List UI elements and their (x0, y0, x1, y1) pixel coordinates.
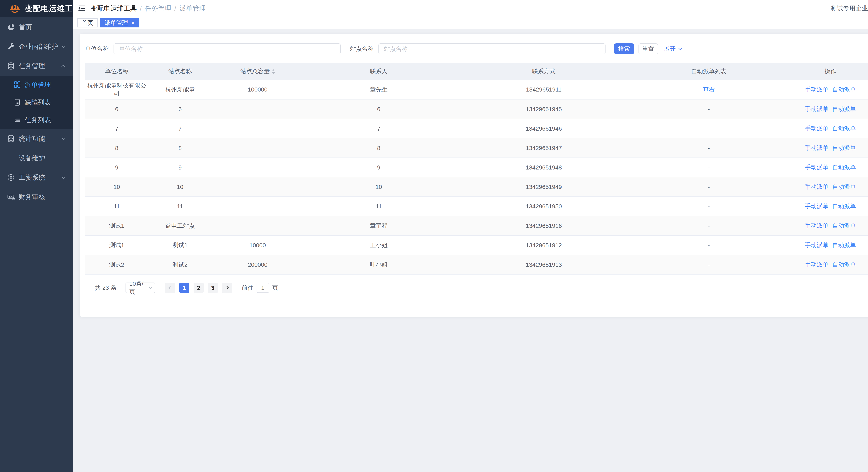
tab-home[interactable]: 首页 (78, 19, 98, 27)
next-page-button[interactable] (222, 283, 232, 293)
cell-station: 测试2 (148, 255, 212, 274)
sidebar-item-dispatch-management[interactable]: 派单管理 (0, 76, 73, 93)
table-row: 7 7 7 13429651946 - 手动派单自动派单 (85, 119, 868, 138)
auto-dispatch-link[interactable]: 自动派单 (832, 106, 856, 112)
cell-phone: 13429651912 (454, 235, 633, 255)
cell-station: 益电工站点 (148, 216, 212, 235)
table-row: 测试1 测试1 10000 王小姐 13429651912 - 手动派单自动派单 (85, 235, 868, 255)
sidebar-item-task-list[interactable]: 任务列表 (0, 111, 73, 129)
cell-unit: 10 (85, 177, 148, 197)
col-phone: 联系方式 (454, 63, 633, 80)
prev-page-button[interactable] (165, 283, 175, 293)
dispatch-table: 单位名称 站点名称 站点总容量 联系人 联系方式 自动派单列表 操作 杭州新能量… (85, 63, 868, 274)
auto-dispatch-link[interactable]: 自动派单 (832, 242, 856, 248)
manual-dispatch-link[interactable]: 手动派单 (805, 242, 829, 248)
manual-dispatch-link[interactable]: 手动派单 (805, 203, 829, 209)
cell-contact: 8 (304, 138, 454, 158)
cell-actions: 手动派单自动派单 (784, 99, 868, 119)
auto-dispatch-link[interactable]: 自动派单 (832, 164, 856, 171)
cell-unit: 11 (85, 197, 148, 216)
table-row: 10 10 10 13429651949 - 手动派单自动派单 (85, 177, 868, 197)
sidebar-item-enterprise-maintenance[interactable]: 企业内部维护 (0, 37, 73, 56)
auto-dispatch-link[interactable]: 自动派单 (832, 203, 856, 209)
company-dropdown[interactable]: 测试专用企业 (831, 4, 868, 13)
sidebar-item-statistics[interactable]: 统计功能 (0, 129, 73, 148)
cell-unit: 测试1 (85, 216, 148, 235)
cell-unit: 7 (85, 119, 148, 138)
manual-dispatch-link[interactable]: 手动派单 (805, 164, 829, 171)
cell-auto-list: - (633, 138, 784, 158)
cell-station: 11 (148, 197, 212, 216)
goto-page-input[interactable] (256, 283, 269, 293)
cell-unit: 杭州新能量科技有限公司 (85, 80, 148, 99)
auto-dispatch-link[interactable]: 自动派单 (832, 183, 856, 190)
auto-dispatch-link[interactable]: 自动派单 (832, 125, 856, 131)
expand-label: 展开 (664, 45, 676, 53)
manual-dispatch-link[interactable]: 手动派单 (805, 86, 829, 93)
manual-dispatch-link[interactable]: 手动派单 (805, 106, 829, 112)
page-button-1[interactable]: 1 (179, 283, 189, 293)
breadcrumb-task-management[interactable]: 任务管理 (145, 4, 172, 13)
database-icon (7, 62, 15, 70)
auto-dispatch-link[interactable]: 自动派单 (832, 222, 856, 229)
manual-dispatch-link[interactable]: 手动派单 (805, 145, 829, 151)
page-button-3[interactable]: 3 (208, 283, 218, 293)
cell-phone: 13429651916 (454, 216, 633, 235)
manual-dispatch-link[interactable]: 手动派单 (805, 222, 829, 229)
table-row: 6 6 6 13429651945 - 手动派单自动派单 (85, 99, 868, 119)
manual-dispatch-link[interactable]: 手动派单 (805, 183, 829, 190)
filter-form: 单位名称 站点名称 搜索 重置 展开 (85, 34, 868, 54)
sidebar-item-equipment-maintenance[interactable]: 设备维护 (0, 148, 73, 168)
grid-icon (13, 81, 21, 88)
cell-contact: 6 (304, 99, 454, 119)
cell-contact: 章先生 (304, 80, 454, 99)
manual-dispatch-link[interactable]: 手动派单 (805, 125, 829, 131)
sidebar-item-home[interactable]: 首页 (0, 18, 73, 37)
sidebar-item-salary-system[interactable]: 工资系统 (0, 168, 73, 187)
next-page-icon (225, 286, 229, 290)
unit-name-input[interactable] (114, 43, 341, 54)
list-icon (13, 116, 21, 124)
page-size-select[interactable]: 10条/页 (125, 283, 155, 293)
chevron-down-icon (62, 175, 66, 179)
hard-hat-lightning-icon (9, 3, 21, 14)
page-button-2[interactable]: 2 (193, 283, 204, 293)
station-name-input[interactable] (378, 43, 606, 54)
auto-dispatch-link[interactable]: 自动派单 (832, 261, 856, 268)
cell-capacity (212, 216, 304, 235)
auto-dispatch-link[interactable]: 自动派单 (832, 86, 856, 93)
view-auto-dispatch-link[interactable]: 查看 (703, 86, 715, 93)
sidebar-item-label: 任务列表 (25, 116, 51, 124)
auto-dispatch-link[interactable]: 自动派单 (832, 145, 856, 151)
breadcrumb-root[interactable]: 变配电运维工具 (91, 4, 137, 13)
cell-phone: 13429651946 (454, 119, 633, 138)
cell-auto-list: - (633, 197, 784, 216)
table-row: 杭州新能量科技有限公司 杭州新能量 100000 章先生 13429651911… (85, 80, 868, 99)
cell-contact: 11 (304, 197, 454, 216)
expand-link[interactable]: 展开 (664, 45, 681, 53)
cell-unit: 测试2 (85, 255, 148, 274)
sidebar-menu: 首页 企业内部维护 任务管理 (0, 17, 73, 207)
col-contact: 联系人 (304, 63, 454, 80)
sidebar-item-finance-audit[interactable]: 财务审核 (0, 187, 73, 207)
cell-station: 8 (148, 138, 212, 158)
sidebar-item-defect-list[interactable]: 缺陷列表 (0, 93, 73, 111)
search-button[interactable]: 搜索 (614, 43, 634, 54)
close-icon[interactable]: × (131, 20, 134, 26)
cell-phone: 13429651950 (454, 197, 633, 216)
manual-dispatch-link[interactable]: 手动派单 (805, 261, 829, 268)
sidebar-item-label: 工资系统 (19, 173, 45, 182)
sidebar-item-label: 财务审核 (19, 193, 45, 201)
table-row: 9 9 9 13429651948 - 手动派单自动派单 (85, 158, 868, 177)
cell-contact: 叶小姐 (304, 255, 454, 274)
cell-actions: 手动派单自动派单 (784, 80, 868, 99)
col-station-capacity-sortable[interactable]: 站点总容量 (212, 63, 304, 80)
sidebar-item-task-management[interactable]: 任务管理 (0, 56, 73, 76)
prev-page-icon (168, 286, 172, 290)
wrench-icon (7, 42, 15, 51)
cell-auto-list: - (633, 216, 784, 235)
reset-button[interactable]: 重置 (639, 43, 658, 54)
sort-caret-icon[interactable] (272, 69, 275, 74)
col-unit-name: 单位名称 (85, 63, 148, 80)
tab-dispatch-management[interactable]: 派单管理 × (100, 19, 139, 27)
